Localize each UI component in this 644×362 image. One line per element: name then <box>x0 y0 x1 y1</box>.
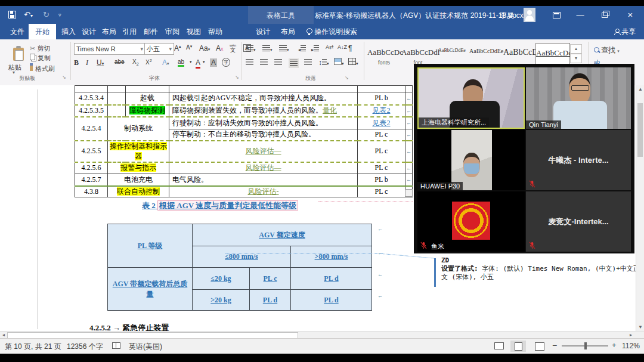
language-indicator[interactable]: 英语(美国) <box>129 342 162 352</box>
font-size-combo[interactable]: 小五▾ <box>144 43 174 55</box>
clear-formatting-button[interactable]: Ax <box>216 44 224 52</box>
pl-cell[interactable]: PL d <box>291 268 372 290</box>
read-mode-button[interactable] <box>491 341 507 352</box>
desc-cell[interactable]: 电气风险。 <box>169 174 358 186</box>
share-button[interactable]: 共享 <box>614 27 636 37</box>
find-button[interactable]: 查找 ▾ <box>594 45 620 55</box>
styles-scroll-up-button[interactable]: ▴ <box>570 44 582 54</box>
distribute-button[interactable] <box>304 58 312 67</box>
character-shading-button[interactable]: A <box>210 58 217 67</box>
speed-low-cell[interactable]: ≤800 mm/s <box>193 246 291 268</box>
vertical-scroll-thumb[interactable] <box>637 103 643 157</box>
web-layout-button[interactable] <box>532 341 547 352</box>
bullets-button[interactable]: ▾ <box>246 45 256 53</box>
restore-button[interactable] <box>594 6 614 24</box>
style-item[interactable]: AaBbCcDc font5 <box>367 43 401 69</box>
clipboard-dialog-launcher[interactable]: ↘ <box>62 75 66 80</box>
page-indicator[interactable]: 第 10 页, 共 21 页 <box>5 342 61 352</box>
borders-button[interactable]: ▾ <box>348 58 358 67</box>
item-cell[interactable]: 电池充电 <box>108 174 169 186</box>
pl-matrix-table[interactable]: PL 等级 AGV 额定速度 ≤800 mm/s >800 mm/s AGV 带… <box>107 224 372 311</box>
item-cell[interactable]: 报警与指示 <box>108 162 169 174</box>
mass-header-cell[interactable]: AGV 带额定载荷后总质量 <box>108 268 193 311</box>
zoom-slider-thumb[interactable] <box>584 342 587 349</box>
pl-cell[interactable]: PL c <box>358 162 405 174</box>
save-button[interactable] <box>8 6 16 24</box>
shrink-font-button[interactable]: A▾ <box>186 44 192 51</box>
item-cell[interactable]: 联合自动控制 <box>108 186 169 197</box>
pl-level-cell[interactable]: PL 等级 <box>108 224 193 268</box>
copy-button[interactable]: 复制 <box>30 54 51 63</box>
align-right-button[interactable] <box>274 58 282 67</box>
pl-cell[interactable]: PL c <box>358 186 405 197</box>
zoom-slider[interactable] <box>562 345 608 346</box>
qat-customize-button[interactable]: ▿ <box>58 6 61 24</box>
desc-cell[interactable]: 因超载引起的AGV不稳定，而导致冲撞人员风险。 <box>169 92 358 105</box>
numbering-button[interactable]: ▾ <box>262 45 273 53</box>
increase-indent-button[interactable]: ▸ <box>311 45 319 53</box>
subscript-button[interactable]: X2 <box>132 58 139 66</box>
redo-button[interactable]: ↻ <box>43 6 49 24</box>
desc-cell[interactable]: 障碍物探测装置失效，而导致冲撞人员的风险。量化 <box>169 105 358 117</box>
desc-cell[interactable]: 风险评估- <box>169 186 358 197</box>
item-cell[interactable]: 超载 <box>126 92 169 105</box>
justify-button[interactable] <box>289 58 299 68</box>
participant-tile[interactable]: 鱼米 <box>417 191 525 252</box>
clause-cell[interactable]: 4.2.5.6 <box>75 162 108 174</box>
zoom-out-button[interactable]: − <box>552 341 557 350</box>
superscript-button[interactable]: X2 <box>145 58 152 66</box>
align-center-button[interactable] <box>260 58 268 67</box>
tab-help[interactable]: 帮助 <box>202 24 229 39</box>
rated-speed-cell[interactable]: AGV 额定速度 <box>193 224 372 246</box>
sort-button[interactable]: A↓Z <box>338 44 347 50</box>
item-cell[interactable]: 障碍物探测 <box>126 105 169 117</box>
close-button[interactable]: × <box>620 6 640 24</box>
pl-cell[interactable]: 见表2 <box>358 117 405 129</box>
italic-button[interactable]: I <box>86 58 88 67</box>
item-cell[interactable]: 操作控制器和指示器 <box>108 141 169 162</box>
clause-cell[interactable]: 4.2.5.3.5 <box>75 105 108 117</box>
format-painter-button[interactable]: 格式刷 <box>30 63 55 73</box>
pl-cell[interactable]: PL d <box>250 290 291 311</box>
shading-button[interactable]: ▾ <box>334 58 344 67</box>
multilevel-list-button[interactable]: ▾ <box>279 45 289 53</box>
scroll-up-arrow[interactable]: ▲ <box>636 85 644 93</box>
desc-cell[interactable]: 行驶制动：应制动失效而导致的冲撞人员风险。 <box>169 117 358 129</box>
participant-video[interactable]: 上海电器科学研究所... <box>417 67 525 129</box>
tracked-change-comment[interactable]: ZD 设置了格式: 字体: (默认) Times New Roman, (中文)… <box>441 256 642 281</box>
table-resize-handle[interactable] <box>405 189 413 197</box>
font-name-combo[interactable]: Times New R▾ <box>74 43 145 55</box>
print-layout-button[interactable] <box>510 341 526 352</box>
pl-cell[interactable]: PL d <box>291 290 372 311</box>
enclose-characters-button[interactable]: 字 <box>222 58 230 67</box>
word-count[interactable]: 12356 个字 <box>67 342 103 352</box>
zoom-level[interactable]: 112% <box>622 342 640 350</box>
desc-cell[interactable]: 停车制动：不自主的移动导致冲撞人员风险。 <box>169 129 358 141</box>
tab-table-layout[interactable]: 布局 <box>274 24 302 39</box>
minimize-button[interactable]: — <box>570 6 590 24</box>
align-left-button[interactable] <box>246 58 253 67</box>
zoom-in-button[interactable]: + <box>612 341 617 349</box>
strikethrough-button[interactable]: abe <box>114 58 125 65</box>
bold-button[interactable]: B <box>74 58 79 67</box>
desc-cell[interactable]: 风险评估— <box>169 141 358 162</box>
mass-high-cell[interactable]: >20 kg <box>193 290 250 311</box>
phonetic-guide-button[interactable]: wén文 <box>230 43 236 52</box>
grow-font-button[interactable]: A▴ <box>174 44 181 52</box>
font-dialog-launcher[interactable]: ↘ <box>235 75 239 80</box>
line-spacing-button[interactable]: ↕▾ <box>318 58 329 67</box>
clause-cell[interactable]: 4.2.5.7 <box>75 174 108 186</box>
pl-cell[interactable]: PL c <box>358 129 405 141</box>
participant-video[interactable]: HUAWEI P30 <box>417 130 525 190</box>
pl-cell[interactable]: PL c <box>358 141 405 162</box>
font-color-button[interactable]: A <box>196 58 200 69</box>
pl-cell[interactable]: 见表2 <box>358 105 405 117</box>
styles-scroll-down-button[interactable]: ▾ <box>570 54 582 63</box>
user-avatar[interactable] <box>524 8 535 22</box>
text-highlight-button[interactable]: ab <box>178 58 184 67</box>
underline-button[interactable]: U▾ <box>97 58 104 67</box>
speed-high-cell[interactable]: >800 mm/s <box>291 246 372 268</box>
participant-tile[interactable]: 牛曦杰 - Interte... <box>526 130 631 190</box>
risk-table[interactable]: 4.2.5.3.4 超载 因超载引起的AGV不稳定，而导致冲撞人员风险。 PL … <box>75 85 413 197</box>
item-cell[interactable]: 制动系统 <box>108 117 169 141</box>
